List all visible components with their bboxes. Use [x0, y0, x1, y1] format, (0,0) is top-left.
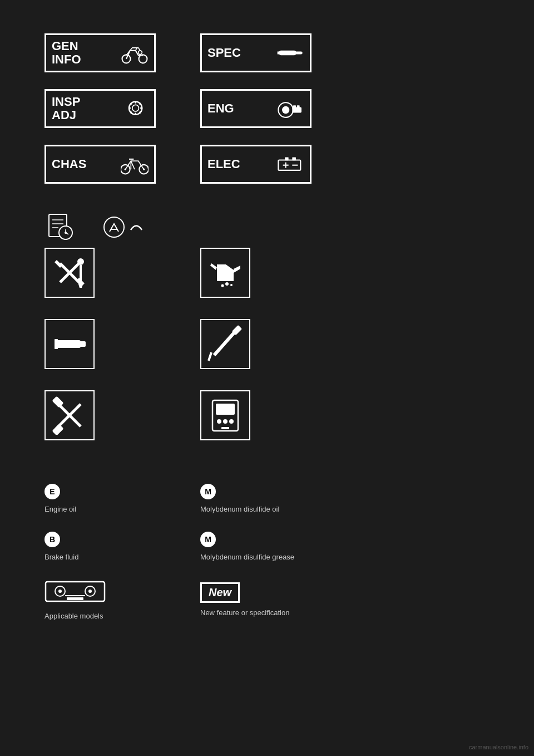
symbol-section — [44, 212, 490, 445]
hammer-sq-box — [44, 319, 95, 369]
circle-m2-icon: M — [200, 532, 216, 547]
tape-icon — [44, 579, 106, 604]
svg-rect-27 — [292, 158, 296, 161]
scissors-symbol-item — [44, 390, 167, 445]
new-box: New — [200, 582, 240, 603]
circle-b-desc: Brake fluid — [44, 552, 156, 563]
insp-adj-box: INSP ADJ — [44, 89, 156, 128]
tools-symbol-item — [44, 248, 167, 302]
svg-point-62 — [229, 419, 234, 424]
svg-point-7 — [132, 105, 139, 111]
svg-point-60 — [217, 419, 221, 424]
icon-grid-top: GEN INFO SPEC — [44, 33, 490, 184]
eng-box: ENG — [200, 89, 312, 128]
tape-new-row: Applicable models New New feature or spe… — [44, 579, 490, 622]
meter-symbol-item — [200, 390, 323, 445]
scissors-icon — [50, 396, 89, 435]
insp-tool-icon — [206, 325, 245, 364]
circle-row-2: B Brake fluid M Molybdenum disulfide gre… — [44, 532, 490, 563]
circle-m1-symbol: M — [200, 484, 312, 499]
oilcan-icon — [206, 253, 245, 292]
new-label: New — [209, 586, 231, 598]
scissors-sq-box — [44, 390, 95, 440]
insp-adj-icon — [121, 95, 149, 122]
svg-rect-59 — [216, 404, 235, 415]
special-tool-icon — [103, 216, 125, 238]
circle-e-symbol: E — [44, 484, 156, 499]
oilcan-symbol-item — [200, 248, 323, 302]
circle-m2-item: M Molybdenum disulfide grease — [200, 532, 312, 563]
svg-point-47 — [230, 284, 233, 286]
svg-rect-3 — [279, 51, 296, 55]
svg-rect-4 — [294, 52, 303, 55]
circle-b-item: B Brake fluid — [44, 532, 156, 563]
insp-tool-symbol-item — [200, 319, 323, 374]
new-desc: New feature or specification — [200, 607, 312, 618]
gen-info-label: GEN INFO — [52, 40, 81, 66]
insp-adj-label: INSP ADJ — [52, 95, 80, 122]
symbol-row-2 — [44, 248, 490, 302]
circle-m1-item: M Molybdenum disulfide oil — [200, 484, 312, 515]
hammer-icon — [50, 325, 89, 364]
svg-rect-26 — [285, 158, 289, 161]
meter-icon — [206, 396, 245, 435]
circle-e-icon: E — [44, 484, 60, 499]
insp-tool-sq-box — [200, 319, 250, 369]
svg-point-1 — [139, 55, 147, 63]
svg-line-53 — [209, 352, 211, 361]
chas-icon — [121, 150, 149, 178]
circle-e-desc: Engine oil — [44, 504, 156, 515]
circle-m1-icon: M — [200, 484, 216, 499]
svg-point-61 — [223, 419, 228, 424]
circle-symbols-section: E Engine oil M Molybdenum disulfide oil … — [44, 484, 490, 622]
oilcan-sq-box — [200, 248, 250, 298]
schedule-icon — [44, 212, 75, 242]
circle-row-1: E Engine oil M Molybdenum disulfide oil — [44, 484, 490, 515]
eng-icon — [276, 95, 304, 122]
svg-point-66 — [58, 590, 62, 593]
eng-label: ENG — [207, 102, 234, 115]
chas-label: CHAS — [52, 158, 86, 171]
svg-point-45 — [225, 282, 229, 286]
gen-info-icon — [121, 39, 149, 67]
small-sym-row-1 — [44, 212, 490, 242]
svg-point-38 — [65, 232, 67, 234]
svg-rect-49 — [79, 341, 86, 347]
svg-point-2 — [139, 51, 142, 55]
circle-b-icon: B — [44, 532, 60, 547]
svg-point-17 — [282, 106, 289, 114]
arc-icon — [128, 219, 145, 235]
spec-label: SPEC — [207, 46, 241, 60]
page-container: GEN INFO SPEC — [0, 0, 534, 756]
elec-label: ELEC — [207, 158, 240, 171]
svg-rect-48 — [56, 340, 81, 348]
symbol-row-4 — [44, 390, 490, 445]
svg-rect-63 — [221, 427, 229, 429]
svg-rect-70 — [67, 597, 83, 600]
tools-icon — [50, 253, 89, 292]
svg-rect-5 — [278, 52, 281, 55]
meter-sq-box — [200, 390, 250, 440]
svg-point-46 — [221, 284, 224, 287]
new-symbol: New — [200, 582, 312, 603]
special-sym-item — [103, 216, 145, 238]
circle-e-item: E Engine oil — [44, 484, 156, 515]
tape-desc: Applicable models — [44, 611, 156, 622]
svg-point-43 — [77, 258, 84, 265]
svg-rect-50 — [55, 339, 58, 349]
circle-b-symbol: B — [44, 532, 156, 547]
tape-symbol — [44, 579, 156, 606]
elec-box: ELEC — [200, 145, 312, 184]
tools-sq-box — [44, 248, 95, 298]
circle-m2-symbol: M — [200, 532, 312, 547]
tape-item: Applicable models — [44, 579, 156, 622]
svg-point-68 — [88, 590, 92, 593]
svg-line-51 — [214, 330, 236, 355]
schedule-sym-item — [44, 212, 75, 242]
gen-info-box: GEN INFO — [44, 33, 156, 72]
watermark: carmanualsonline.info — [469, 744, 528, 750]
hammer-symbol-item — [44, 319, 167, 374]
svg-rect-19 — [293, 105, 296, 108]
circle-m2-desc: Molybdenum disulfide grease — [200, 552, 312, 563]
symbol-row-3 — [44, 319, 490, 374]
